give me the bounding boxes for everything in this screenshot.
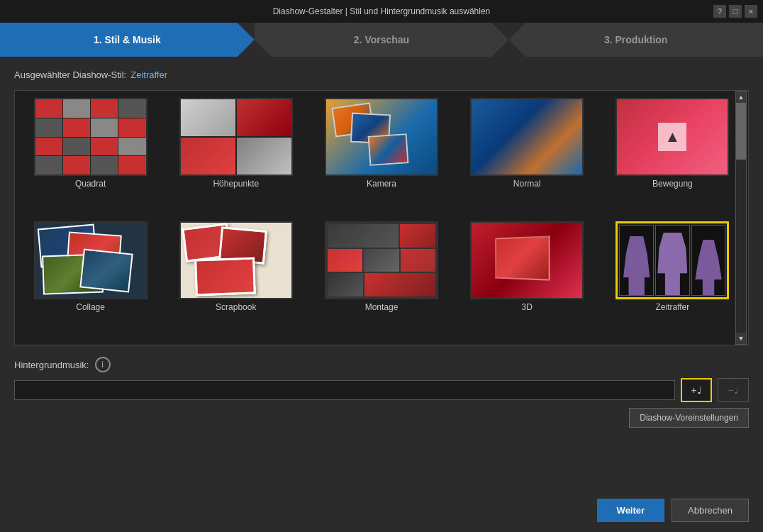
tab-vorschau[interactable]: 2. Vorschau — [255, 23, 509, 57]
diashow-settings-button[interactable]: Diashow-Voreinstellungen — [629, 408, 749, 428]
style-thumb-hoehepunkte — [179, 98, 293, 176]
window-title: Diashow-Gestalter | Stil und Hintergrund… — [273, 6, 491, 16]
main-content: Ausgewählter Diashow-Stil: Zeitraffer — [0, 57, 763, 532]
style-item-bewegung[interactable]: ▲ Bewegung — [604, 98, 741, 214]
scroll-thumb[interactable] — [736, 103, 746, 160]
music-add-button[interactable]: +♩ — [681, 378, 712, 402]
style-label-collage: Collage — [76, 302, 105, 312]
style-label-zeitraffer: Zeitraffer — [655, 302, 689, 312]
style-label-hoehepunkte: Höhepunkte — [213, 179, 259, 189]
style-label-bewegung: Bewegung — [652, 179, 693, 189]
style-label-normal: Normal — [513, 179, 541, 189]
style-item-kamera[interactable]: Kamera — [313, 98, 450, 214]
scroll-down-button[interactable]: ▼ — [736, 333, 746, 344]
hintergrund-section: Hintergrundmusik: i — [14, 357, 749, 372]
style-item-collage[interactable]: Collage — [22, 221, 159, 338]
style-thumb-3d — [470, 221, 584, 299]
style-thumb-montage — [325, 221, 438, 299]
scrollbar-vertical[interactable]: ▲ ▼ — [735, 91, 747, 345]
style-item-zeitraffer[interactable]: Zeitraffer — [604, 221, 741, 338]
maximize-button[interactable]: □ — [729, 5, 742, 18]
tab-produktion[interactable]: 3. Produktion — [508, 23, 763, 57]
style-thumb-quadrat — [34, 98, 147, 176]
scroll-up-button[interactable]: ▲ — [736, 92, 746, 103]
selected-style-label: Ausgewählter Diashow-Stil: — [14, 70, 126, 80]
music-input[interactable] — [14, 380, 675, 400]
style-label-montage: Montage — [365, 302, 399, 312]
abbrechen-button[interactable]: Abbrechen — [672, 499, 749, 522]
style-item-montage[interactable]: Montage — [313, 221, 450, 338]
help-button[interactable]: ? — [713, 5, 726, 18]
selected-style-value: Zeitraffer — [130, 70, 167, 80]
style-label-quadrat: Quadrat — [75, 179, 106, 189]
title-bar: Diashow-Gestalter | Stil und Hintergrund… — [0, 0, 763, 23]
tab-stil-musik[interactable]: 1. Stil & Musik — [0, 23, 255, 57]
style-item-quadrat[interactable]: Quadrat — [22, 98, 159, 214]
tab-bar: 1. Stil & Musik 2. Vorschau 3. Produktio… — [0, 23, 763, 57]
style-thumb-kamera — [325, 98, 438, 176]
weiter-button[interactable]: Weiter — [597, 499, 665, 522]
style-thumb-scrapbook — [179, 221, 293, 299]
close-button[interactable]: × — [745, 5, 757, 18]
selected-style-row: Ausgewählter Diashow-Stil: Zeitraffer — [14, 70, 749, 80]
info-button[interactable]: i — [95, 357, 111, 372]
style-label-3d: 3D — [522, 302, 533, 312]
diashow-settings-row: Diashow-Voreinstellungen — [14, 408, 749, 428]
hintergrund-label: Hintergrundmusik: — [14, 360, 89, 370]
music-remove-button[interactable]: −♩ — [718, 378, 749, 402]
styles-grid-container: Quadrat Höhepunkte — [14, 90, 749, 345]
window-controls: ? □ × — [713, 5, 757, 18]
style-thumb-collage — [34, 221, 147, 299]
style-item-3d[interactable]: 3D — [459, 221, 596, 338]
style-label-scrapbook: Scrapbook — [216, 302, 256, 312]
style-label-kamera: Kamera — [367, 179, 396, 189]
style-item-scrapbook[interactable]: Scrapbook — [167, 221, 304, 338]
style-thumb-normal — [470, 98, 584, 176]
style-item-hoehepunkte[interactable]: Höhepunkte — [167, 98, 304, 214]
styles-grid: Quadrat Höhepunkte — [22, 98, 741, 338]
music-input-row: +♩ −♩ — [14, 378, 749, 402]
style-thumb-zeitraffer — [616, 221, 729, 299]
style-item-normal[interactable]: Normal — [459, 98, 596, 214]
footer-buttons: Weiter Abbrechen — [597, 499, 749, 522]
style-thumb-bewegung: ▲ — [616, 98, 729, 176]
